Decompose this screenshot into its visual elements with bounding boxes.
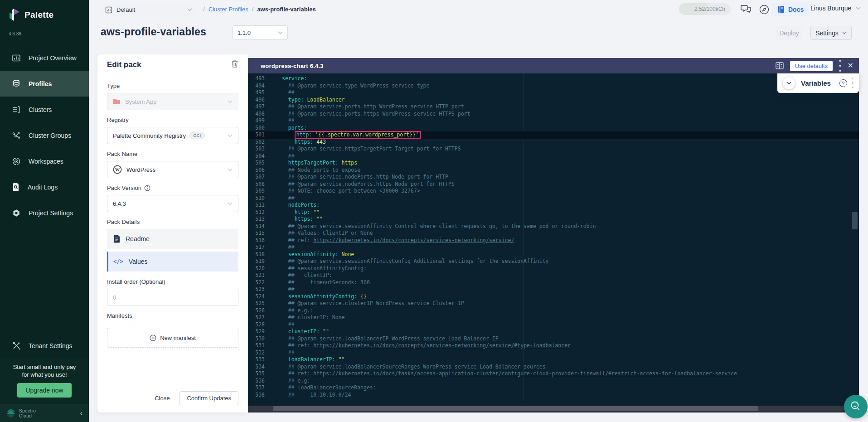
code-line-512[interactable]: 512 http: "" [248,209,859,216]
compass-icon[interactable] [759,4,770,17]
code-line-502[interactable]: 502 https: 443 [248,139,859,146]
footer-brand-line1: Spectro [19,408,36,413]
variables-help-icon[interactable]: ? [839,79,847,87]
project-selector[interactable]: Default [101,4,197,16]
chat-icon[interactable] [740,4,752,16]
diff-view-icon[interactable] [776,62,784,69]
help-chat-button[interactable] [844,395,868,418]
pack-name-field[interactable]: W WordPress [107,161,238,178]
tab-readme[interactable]: Readme [107,229,238,249]
code-line-538[interactable]: 538 ## - 10.10.10.0/24 [248,392,859,399]
sidebar-item-workspaces[interactable]: Workspaces [0,148,89,174]
code-line-527[interactable]: 527 ## clusterIP: None [248,314,859,321]
code-line-534[interactable]: 534 ## @param service.loadBalancerSource… [248,364,859,371]
search-smile-icon [850,401,862,412]
horizontal-scrollbar[interactable] [248,406,859,412]
code-line-519[interactable]: 519 ## @param service.sessionAffinityCon… [248,258,859,265]
trash-icon[interactable] [231,60,238,70]
code-line-514[interactable]: 514 ## @param service.sessionAffinity Co… [248,223,859,230]
code-line-496[interactable]: 496 type: LoadBalancer [248,97,859,104]
sidebar-item-tenant-settings[interactable]: Tenant Settings [0,333,89,359]
code-line-511[interactable]: 511 nodePorts: [248,202,859,209]
code-line-text: ## NOTE: choose port between <30000-3276… [272,188,420,194]
code-line-text: ## @param service.loadBalancerSourceRang… [272,364,546,370]
sidebar-item-profiles[interactable]: Profiles [0,71,89,97]
line-number: 507 [248,174,272,181]
variables-toggle[interactable] [783,77,795,89]
code-line-494[interactable]: 494 ## @param service.type WordPress ser… [248,82,859,90]
variables-kebab-icon[interactable]: ••• [852,77,853,90]
sidebar-item-audit-logs[interactable]: Audit Logs [0,174,89,200]
docs-button[interactable]: Docs [772,3,809,16]
code-line-506[interactable]: 506 ## Node ports to expose [248,167,859,174]
breadcrumb-link-cluster-profiles[interactable]: Cluster Profiles [209,6,248,13]
code-line-509[interactable]: 509 ## NOTE: choose port between <30000-… [248,188,859,195]
install-order-input[interactable] [107,289,238,306]
code-line-503[interactable]: 503 ## @param service.httpsTargetPort Ta… [248,146,859,153]
code-line-524[interactable]: 524 sessionAffinityConfig: {} [248,293,859,301]
editor-close-icon[interactable]: ✕ [848,62,853,69]
edit-pack-panel: Edit pack Type System App Registry Pale [97,54,248,412]
editor-kebab-icon[interactable]: ••• [839,58,841,73]
sidebar-collapse-icon[interactable]: ‹ [80,410,82,417]
code-line-528[interactable]: 528 ## [248,321,859,329]
tab-values-label: Values [129,258,148,265]
code-line-493[interactable]: 493service: [248,75,859,82]
code-line-523[interactable]: 523 ## [248,286,859,293]
deploy-button[interactable]: Deploy [776,26,803,40]
use-defaults-button[interactable]: Use defaults [790,61,833,71]
code-line-521[interactable]: 521 ## clientIP: [248,272,859,279]
code-line-513[interactable]: 513 https: "" [248,216,859,223]
sidebar-item-clusters[interactable]: Clusters [0,97,89,122]
code-line-505[interactable]: 505 httpsTargetPort: https [248,160,859,167]
code-line-510[interactable]: 510 ## [248,195,859,202]
profile-version-selector[interactable]: 1.1.0 [233,25,288,40]
sidebar-item-project-settings[interactable]: Project Settings [0,200,89,226]
code-line-535[interactable]: 535 ## ref: https://kubernetes.io/docs/t… [248,370,859,378]
code-line-517[interactable]: 517 ## [248,244,859,251]
code-line-495[interactable]: 495 ## [248,89,859,97]
code-line-508[interactable]: 508 ## @param service.nodePorts.https No… [248,181,859,188]
sidebar-item-project-overview[interactable]: Project Overview [0,45,89,71]
readme-doc-icon [113,235,120,243]
upgrade-promo: Start small and only pay for what you us… [0,358,89,404]
code-line-529[interactable]: 529 clusterIP: "" [248,328,859,335]
code-line-516[interactable]: 516 ## ref: https://kubernetes.io/docs/c… [248,237,859,244]
code-line-498[interactable]: 498 ## @param service.ports.https WordPr… [248,111,859,118]
line-number: 534 [248,364,272,371]
vertical-scrollbar-thumb[interactable] [852,212,858,229]
code-line-499[interactable]: 499 ## [248,117,859,125]
code-line-520[interactable]: 520 ## sessionAffinityConfig: [248,265,859,272]
sidebar-item-cluster-groups[interactable]: Cluster Groups [0,122,89,148]
sidebar-footer: Spectro Cloud ‹ [0,404,89,422]
code-line-507[interactable]: 507 ## @param service.nodePorts.http Nod… [248,174,859,181]
new-manifest-button[interactable]: New manifest [107,328,238,348]
code-line-504[interactable]: 504 ## [248,153,859,160]
code-line-532[interactable]: 532 ## [248,349,859,357]
confirm-updates-button[interactable]: Confirm Updates [179,391,238,405]
chevron-down-icon [187,8,192,11]
horizontal-scrollbar-thumb[interactable] [273,406,758,411]
code-line-533[interactable]: 533 loadBalancerIP: "" [248,356,859,364]
pack-version-value: 6.4.3 [113,200,126,207]
sidebar-item-label: Workspaces [29,158,63,165]
code-line-530[interactable]: 530 ## @param service.loadBalancerIP Wor… [248,335,859,343]
tab-values[interactable]: </> Values [107,252,238,272]
code-line-522[interactable]: 522 ## timeoutSeconds: 300 [248,279,859,286]
code-line-525[interactable]: 525 ## @param service.clusterIP WordPres… [248,300,859,307]
pack-version-field[interactable]: 6.4.3 [107,195,238,212]
code-line-537[interactable]: 537 ## loadBalancerSourceRanges: [248,384,859,392]
code-line-531[interactable]: 531 ## ref: https://kubernetes.io/docs/c… [248,342,859,349]
code-line-501[interactable]: 501 http: '{{.spectro.var.wordpress_port… [248,131,859,139]
code-line-497[interactable]: 497 ## @param service.ports.http WordPre… [248,103,859,111]
code-line-518[interactable]: 518 sessionAffinity: None [248,251,859,258]
user-menu[interactable]: Linus Bourque [810,5,861,12]
code-line-500[interactable]: 500 ports: [248,125,859,132]
code-line-515[interactable]: 515 ## Values: ClientIP or None [248,230,859,237]
code-line-526[interactable]: 526 ## e.g.: [248,307,859,315]
upgrade-now-button[interactable]: Upgrade now [17,383,71,398]
settings-button[interactable]: Settings [810,26,852,40]
close-button[interactable]: Close [155,395,170,402]
code-line-536[interactable]: 536 ## e.g: [248,378,859,385]
registry-field[interactable]: Palette Community Registry OCI [107,127,238,144]
